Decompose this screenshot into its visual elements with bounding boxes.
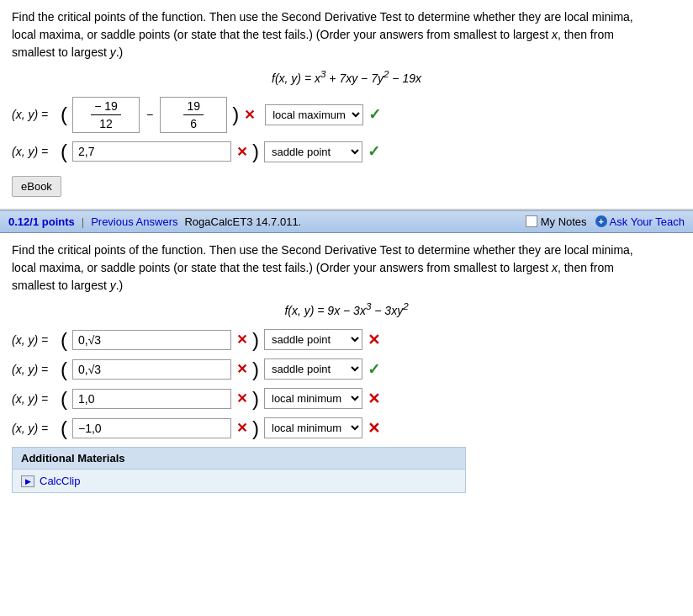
status-check-1-top: ✓: [368, 105, 381, 124]
answer-input-1-bot[interactable]: [72, 330, 231, 350]
xy-label-3-bot: (x, y) =: [12, 392, 56, 406]
status-x-1-bot: ✕: [368, 331, 380, 349]
frac-bot-1: 12: [96, 115, 116, 130]
problem-text-5: .): [116, 45, 124, 59]
prev-answers-link[interactable]: Previous Answers: [91, 215, 177, 228]
additional-materials-box: Additional Materials ▶ CalcClip: [12, 447, 466, 493]
answer-input-4-bot[interactable]: [72, 418, 231, 438]
answer-row-4-bot: (x, y) = ( ✕ ) local minimum local maxim…: [12, 417, 681, 438]
clear-btn-3-bot[interactable]: ✕: [236, 390, 247, 406]
problem-header-bar: 0.12/1 points | Previous Answers RogaCal…: [0, 210, 693, 233]
top-section: Find the critical points of the function…: [0, 0, 693, 210]
course-ref-label: RogaCalcET3 14.7.011.: [184, 215, 301, 228]
problem-text-4: smallest to largest: [12, 45, 110, 59]
var-y-top: y: [110, 45, 116, 59]
status-check-2-bot: ✓: [368, 360, 380, 379]
status-x-3-bot: ✕: [368, 390, 380, 408]
var-x-bot: x: [552, 261, 558, 274]
problem-text-3-bot: , then from: [558, 261, 614, 274]
function-bottom: f(x, y) = 9x − 3x3 − 3xy2: [12, 301, 681, 318]
status-check-2-top: ✓: [368, 142, 380, 161]
type-dropdown-2-bot[interactable]: saddle point local minimum local maximum…: [264, 358, 362, 380]
ebook-button[interactable]: eBook: [12, 176, 61, 197]
open-paren-2-top: (: [61, 141, 67, 162]
open-paren-4-bot: (: [61, 418, 67, 438]
calcclip-label: CalcClip: [40, 475, 80, 487]
function-label-top: f(x, y) = x3 + 7xy − 7y2 − 19x: [272, 72, 421, 85]
calcclip-icon: ▶: [21, 475, 34, 487]
frac-top-2: 19: [183, 99, 204, 115]
close-paren-4-bot: ): [252, 418, 259, 438]
separator-1: |: [82, 215, 84, 228]
my-notes-button[interactable]: My Notes: [526, 215, 587, 228]
close-paren-1-top: ): [232, 104, 239, 125]
answer-input-3-bot[interactable]: [72, 389, 231, 409]
close-paren-2-top: ): [252, 141, 259, 162]
answer-input-2-bot[interactable]: [72, 359, 231, 380]
answer-row-1-top: (x, y) = ( − 19 12 − 19 6 ) ✕ local maxi…: [12, 97, 681, 133]
xy-label-2-bot: (x, y) =: [12, 363, 56, 376]
function-label-bottom: f(x, y) = 9x − 3x3 − 3xy2: [284, 304, 408, 317]
frac-n2-top: 19: [187, 99, 200, 113]
problem-description-top: Find the critical points of the function…: [12, 8, 681, 61]
bottom-section: Find the critical points of the function…: [0, 233, 693, 511]
type-dropdown-1-bot[interactable]: saddle point local minimum local maximum…: [264, 329, 362, 350]
problem-text-3: , then from: [558, 28, 614, 41]
problem-text-4-bot: smallest to largest: [12, 279, 110, 292]
frac-n1-top: 19: [104, 99, 118, 113]
frac-n2-bot: 6: [190, 117, 197, 130]
xy-label-1-bot: (x, y) =: [12, 333, 56, 347]
frac-comma-1: −: [146, 108, 153, 121]
notes-label: My Notes: [541, 215, 587, 228]
problem-text-2-bot: local maxima, or saddle points (or state…: [12, 261, 552, 274]
clear-btn-1-bot[interactable]: ✕: [236, 332, 247, 348]
type-dropdown-4-bot[interactable]: local minimum local maximum saddle point…: [264, 417, 362, 438]
frac-n1-bot: 12: [99, 117, 113, 130]
open-paren-3-bot: (: [61, 389, 67, 409]
answer-row-2-bot: (x, y) = ( ✕ ) saddle point local minimu…: [12, 358, 681, 380]
problem-text-1-bot: Find the critical points of the function…: [12, 243, 633, 257]
additional-materials-body: ▶ CalcClip: [13, 470, 465, 492]
fraction-input-1-top[interactable]: − 19 12: [72, 97, 140, 133]
clear-btn-2-top[interactable]: ✕: [236, 144, 247, 160]
xy-label-1-top: (x, y) =: [12, 108, 56, 121]
ask-teacher-button[interactable]: + Ask Your Teach: [595, 215, 685, 228]
plus-circle-icon: +: [595, 215, 607, 227]
xy-label-4-bot: (x, y) =: [12, 422, 56, 435]
clear-btn-4-bot[interactable]: ✕: [236, 420, 247, 436]
close-paren-2-bot: ): [252, 359, 259, 380]
problem-text-2: local maxima, or saddle points (or state…: [12, 28, 552, 41]
answer-input-2-top[interactable]: [72, 141, 231, 162]
frac-top-1: − 19: [91, 99, 121, 115]
problem-text-1: Find the critical points of the function…: [12, 10, 633, 24]
ask-label: Ask Your Teach: [610, 215, 685, 228]
frac-bot-2: 6: [187, 115, 200, 130]
additional-materials-header: Additional Materials: [13, 448, 465, 470]
header-right: My Notes + Ask Your Teach: [526, 215, 685, 228]
problem-text-5-bot: .): [116, 279, 124, 292]
xy-label-2-top: (x, y) =: [12, 145, 56, 158]
problem-description-bottom: Find the critical points of the function…: [12, 242, 681, 295]
answer-row-1-bot: (x, y) = ( ✕ ) saddle point local minimu…: [12, 329, 681, 350]
close-paren-1-bot: ): [252, 330, 259, 350]
points-label: 0.12/1 points: [8, 215, 75, 228]
status-x-4-bot: ✕: [368, 419, 380, 438]
type-dropdown-3-bot[interactable]: local minimum local maximum saddle point…: [264, 388, 362, 409]
frac-neg1: −: [94, 99, 101, 113]
close-paren-3-bot: ): [252, 389, 259, 409]
type-dropdown-1-top[interactable]: local maximum local minimum saddle point…: [265, 104, 363, 125]
answer-row-3-bot: (x, y) = ( ✕ ) local minimum local maxim…: [12, 388, 681, 409]
function-top: f(x, y) = x3 + 7xy − 7y2 − 19x: [12, 68, 681, 85]
open-paren-1-bot: (: [61, 330, 67, 350]
var-y-bot: y: [110, 279, 116, 292]
answer-row-2-top: (x, y) = ( ✕ ) saddle point local minimu…: [12, 141, 681, 162]
notes-icon: [526, 215, 537, 227]
clear-btn-2-bot[interactable]: ✕: [236, 361, 247, 377]
var-x-top: x: [552, 28, 558, 41]
calcclip-link[interactable]: ▶ CalcClip: [21, 475, 457, 487]
clear-btn-1-top[interactable]: ✕: [244, 107, 255, 123]
fraction-input-2-top[interactable]: 19 6: [160, 97, 227, 133]
open-paren-1-top: (: [61, 104, 67, 125]
type-dropdown-2-top[interactable]: saddle point local minimum local maximum…: [264, 141, 362, 162]
open-paren-2-bot: (: [61, 359, 67, 380]
